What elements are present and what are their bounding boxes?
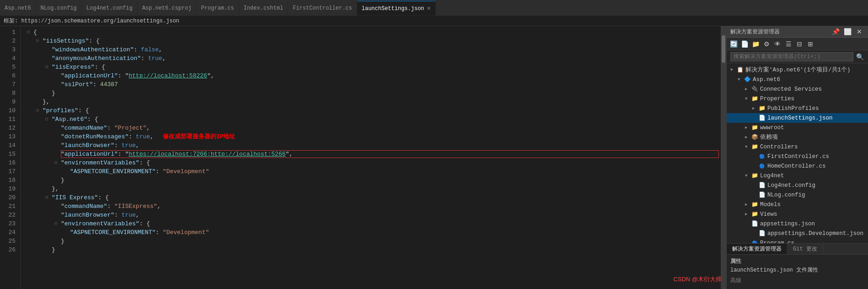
- bottom-panel: 解决方案资源管理器Git 更改 属性 launchSettings.json 文…: [727, 243, 868, 289]
- fold-icon[interactable]: ⊟: [45, 193, 52, 202]
- tab-tab-log4net[interactable]: Log4net.config: [82, 1, 138, 16]
- fold-icon[interactable]: ⊟: [54, 219, 61, 228]
- tree-node-firstcontroller[interactable]: 🔵FirstController.cs: [727, 152, 868, 161]
- tree-node-label: Program.cs: [760, 240, 794, 244]
- line-number: 16: [0, 158, 16, 167]
- fold-icon[interactable]: ⊟: [45, 63, 52, 71]
- tree-node-publishprofiles[interactable]: ▶📁PublishProfiles: [727, 104, 868, 113]
- code-line: },: [27, 98, 721, 106]
- tree-node-launchsettings[interactable]: 📄launchSettings.json: [727, 113, 868, 123]
- tree-node-models[interactable]: ▶📁Models: [727, 200, 868, 209]
- tab-label: Asp.net6: [5, 5, 31, 11]
- line-number: 26: [0, 245, 16, 254]
- close-button[interactable]: ✕: [854, 27, 864, 36]
- fold-icon[interactable]: ⊟: [45, 115, 52, 124]
- tab-tab-index[interactable]: Index.cshtml: [239, 1, 288, 16]
- tree-node-deps[interactable]: ▶📦依赖项: [727, 132, 868, 142]
- tree-node-wwwroot[interactable]: ▶📁wwwroot: [727, 123, 868, 132]
- vertical-scrollbar[interactable]: [721, 26, 726, 289]
- pin-button[interactable]: 📌: [830, 27, 841, 36]
- tree-node-label: Properties: [760, 96, 794, 102]
- tab-tab-program[interactable]: Program.cs: [197, 1, 239, 16]
- tree-node-label: Asp.net6: [753, 76, 780, 83]
- line-number: 19: [0, 185, 16, 193]
- fold-icon[interactable]: ⊟: [27, 28, 33, 37]
- tree-node-controllers[interactable]: ▼📁Controllers: [727, 142, 868, 152]
- properties-advanced: 高级: [730, 277, 864, 284]
- bottom-tab[interactable]: Git 更改: [788, 244, 823, 254]
- tree-arrow-icon: ▼: [738, 77, 743, 82]
- maximize-button[interactable]: ⬜: [842, 27, 852, 36]
- tree-node-appsettings[interactable]: 📄appsettings.json: [727, 219, 868, 229]
- preview-button[interactable]: 👁: [772, 39, 782, 49]
- bottom-tab[interactable]: 解决方案资源管理器: [727, 244, 788, 254]
- tree-arrow-icon: ▼: [730, 68, 736, 72]
- code-line: ⊟"iisSettings": {: [27, 37, 721, 45]
- new-file-button[interactable]: 📄: [739, 39, 750, 49]
- sync-button[interactable]: 🔄: [729, 39, 739, 49]
- code-text: "launchBrowser": true,: [61, 211, 139, 219]
- collapse-button[interactable]: ⊞: [805, 39, 815, 49]
- code-text: "windowsAuthentication": false,: [52, 45, 162, 54]
- code-line: "sslPort": 44387: [27, 80, 721, 89]
- tree-node-solution[interactable]: ▼📋解决方案'Asp.net6'(1个项目/共1个): [727, 65, 868, 75]
- editor-area: 1234567891011121314151617181920212223242…: [0, 26, 726, 289]
- show-all-button[interactable]: ☰: [783, 39, 793, 49]
- tree-node-appsettingsdev[interactable]: 📄appsettings.Development.json: [727, 229, 868, 238]
- main-layout: 1234567891011121314151617181920212223242…: [0, 26, 868, 289]
- tab-tab-launch[interactable]: launchSettings.json×: [357, 1, 436, 16]
- tree-node-nlogconfig[interactable]: 📄NLog.config: [727, 190, 868, 200]
- fold-icon[interactable]: ⊟: [54, 158, 61, 167]
- tree-node-connected[interactable]: ▶🔌Connected Services: [727, 84, 868, 94]
- code-line: "anonymousAuthentication": true,: [27, 54, 721, 63]
- tab-tab-nlog[interactable]: NLog.config: [36, 1, 82, 16]
- code-line: ⊟"environmentVariables": {: [27, 219, 721, 228]
- code-line: "applicationUrl": "http://localhost:5822…: [27, 71, 721, 80]
- solution-tree[interactable]: ▼📋解决方案'Asp.net6'(1个项目/共1个)▼🔷Asp.net6▶🔌Co…: [727, 63, 868, 243]
- code-line: }: [27, 237, 721, 245]
- tree-file-icon: 📁: [758, 105, 766, 112]
- code-line: ⊟"Asp.net6": {: [27, 115, 721, 124]
- search-button[interactable]: 🔍: [855, 52, 864, 61]
- solution-explorer: 解决方案资源管理器 📌 ⬜ ✕ 🔄 📄 📁 ⚙ 👁 ☰ ⊟: [727, 26, 868, 243]
- line-number: 1: [0, 28, 16, 37]
- tree-file-icon: 📁: [750, 211, 759, 218]
- bottom-content: 属性 launchSettings.json 文件属性 高级: [727, 255, 868, 287]
- filter-button[interactable]: ⊟: [794, 39, 804, 49]
- solution-explorer-title: 解决方案资源管理器: [730, 28, 780, 36]
- code-line: ⊟"profiles": {: [27, 106, 721, 115]
- code-text: "IIS Express": {: [52, 193, 109, 202]
- code-text: {: [33, 28, 37, 37]
- tab-tab-asp[interactable]: Asp.net6: [0, 1, 36, 16]
- line-number: 25: [0, 237, 16, 245]
- tree-node-homecontroller[interactable]: 🔵HomeController.cs: [727, 161, 868, 171]
- tree-node-properties[interactable]: ▼📁Properties: [727, 94, 868, 104]
- tree-arrow-icon: ▶: [752, 106, 758, 111]
- tab-tab-firstcontroller[interactable]: FirstController.cs: [288, 1, 357, 16]
- search-input[interactable]: [730, 52, 853, 61]
- tree-node-project[interactable]: ▼🔷Asp.net6: [727, 75, 868, 84]
- scroll-thumb[interactable]: [722, 35, 725, 63]
- tree-node-label: wwwroot: [760, 125, 784, 131]
- tree-node-label: launchSettings.json: [767, 115, 833, 121]
- properties-button[interactable]: ⚙: [761, 39, 772, 49]
- code-text: "Asp.net6": {: [52, 115, 98, 124]
- tree-node-log4net[interactable]: ▼📁Log4net: [727, 171, 868, 180]
- tree-node-label: FirstController.cs: [767, 153, 829, 160]
- tab-tab-csproj[interactable]: Asp.net6.csproj: [138, 1, 197, 16]
- code-content[interactable]: ⊟{⊟"iisSettings": { "windowsAuthenticati…: [21, 26, 721, 289]
- tree-node-log4netconfig[interactable]: 📄Log4net.config: [727, 180, 868, 190]
- code-line: }: [27, 245, 721, 254]
- tree-node-program[interactable]: 🔵Program.cs: [727, 238, 868, 243]
- new-folder-button[interactable]: 📁: [750, 39, 761, 49]
- tree-node-label: Views: [760, 211, 777, 218]
- line-number: 4: [0, 54, 16, 63]
- tree-arrow-icon: ▶: [745, 87, 750, 92]
- code-text: "sslPort": 44387: [61, 80, 118, 89]
- fold-icon[interactable]: ⊟: [36, 106, 43, 115]
- tree-node-views[interactable]: ▶📁Views: [727, 209, 868, 219]
- code-line: "ASPNETCORE_ENVIRONMENT": "Development": [27, 167, 721, 176]
- tab-close-button[interactable]: ×: [427, 5, 431, 12]
- code-text: "iisSettings": {: [43, 37, 100, 45]
- fold-icon[interactable]: ⊟: [36, 37, 43, 45]
